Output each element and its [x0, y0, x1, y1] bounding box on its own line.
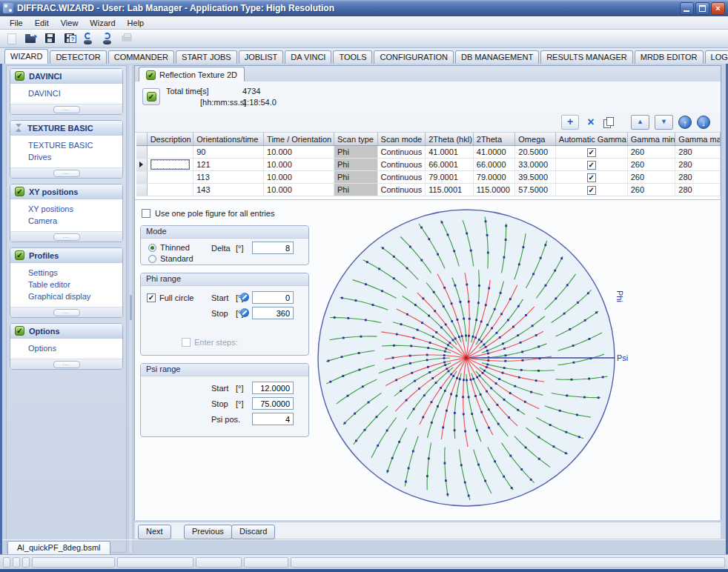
cell-omega[interactable]: 20.5000: [515, 146, 556, 159]
export-icon[interactable]: [102, 33, 114, 44]
tab-start-jobs[interactable]: START JOBS: [176, 50, 237, 64]
sidebar-item-drives[interactable]: Drives: [10, 151, 122, 163]
cell-omega[interactable]: 33.0000: [515, 159, 556, 171]
section-resize-grip[interactable]: ...: [10, 359, 122, 369]
sidebar-section-header[interactable]: Profiles: [10, 248, 122, 263]
sidebar-section-header[interactable]: XY positions: [10, 184, 122, 199]
column-header-automatic-gamma[interactable]: Automatic Gamma: [555, 133, 627, 146]
sidebar-section-header[interactable]: Options: [10, 324, 122, 339]
cell-2theta-hkl-[interactable]: 66.0001: [426, 159, 474, 171]
cell-description[interactable]: [147, 146, 193, 159]
automatic-gamma-checkbox[interactable]: [587, 186, 596, 195]
export-rows-button[interactable]: ↓: [697, 116, 710, 129]
save-as-icon[interactable]: ?: [63, 33, 76, 44]
close-button[interactable]: ×: [711, 2, 725, 15]
open-icon[interactable]: ➔: [24, 33, 37, 44]
tab-commander[interactable]: COMMANDER: [108, 50, 174, 64]
sidebar-section-header[interactable]: TEXTURE BASIC: [10, 121, 122, 136]
copy-row-button[interactable]: [603, 116, 615, 128]
move-up-button[interactable]: ▲: [631, 115, 649, 130]
column-header-scan-mode[interactable]: Scan mode: [377, 133, 426, 146]
tab-da-vinci[interactable]: DA VINCI: [285, 50, 331, 64]
menu-edit[interactable]: Edit: [29, 17, 55, 29]
section-resize-grip[interactable]: ...: [10, 307, 122, 317]
column-header-gamma-max[interactable]: Gamma max: [675, 133, 721, 146]
table-row[interactable]: 11310.000PhiContinuous79.000179.000039.5…: [136, 171, 721, 184]
use-one-pole-checkbox[interactable]: [142, 209, 150, 218]
row-selector[interactable]: [136, 159, 147, 171]
section-resize-grip[interactable]: ...: [10, 231, 122, 242]
delete-row-button[interactable]: ×: [584, 116, 598, 129]
tab-tools[interactable]: TOOLS: [333, 50, 372, 64]
tab-reflection-texture-2d[interactable]: Reflection Texture 2D: [139, 67, 245, 82]
cell-2theta-hkl-[interactable]: 79.0001: [426, 171, 474, 184]
cell-gamma-max[interactable]: 280: [675, 184, 721, 196]
menu-wizard[interactable]: Wizard: [84, 17, 121, 29]
cell-automatic-gamma[interactable]: [555, 184, 627, 196]
tab-results-manager[interactable]: RESULTS MANAGER: [540, 50, 633, 64]
previous-button[interactable]: Previous: [184, 525, 232, 539]
table-row[interactable]: 9010.000PhiContinuous41.000141.000020.50…: [136, 146, 721, 159]
cell-gamma-max[interactable]: 280: [675, 146, 721, 159]
column-header-description[interactable]: Description: [147, 133, 193, 146]
cell-description[interactable]: [147, 171, 193, 184]
cell-gamma-max[interactable]: 280: [675, 159, 721, 171]
tab-db-management[interactable]: DB MANAGEMENT: [455, 50, 539, 64]
scan-table[interactable]: DescriptionOrientations/timeTime / Orien…: [136, 133, 721, 196]
cell-automatic-gamma[interactable]: [555, 171, 627, 184]
cell-2theta[interactable]: 115.0000: [473, 184, 515, 196]
menu-help[interactable]: Help: [122, 17, 150, 29]
tab-log[interactable]: LOG: [705, 50, 728, 64]
cell-2theta[interactable]: 66.0000: [473, 159, 515, 171]
phi-stop-input[interactable]: [252, 307, 294, 319]
save-icon[interactable]: [44, 33, 56, 44]
cell-scan-mode[interactable]: Continuous: [377, 159, 426, 171]
sidebar-item-graphical-display[interactable]: Graphical display: [10, 290, 122, 302]
thinned-radio[interactable]: [148, 244, 156, 252]
cell-2theta[interactable]: 79.0000: [473, 171, 515, 184]
sidebar-splitter[interactable]: [128, 65, 133, 553]
description-edit-field[interactable]: [150, 159, 191, 170]
add-row-button[interactable]: +: [561, 115, 579, 130]
cell-scan-mode[interactable]: Continuous: [377, 171, 426, 184]
cell-time-orientation[interactable]: 10.000: [264, 146, 334, 159]
next-button[interactable]: Next: [138, 525, 171, 539]
standard-radio[interactable]: [148, 255, 156, 263]
delta-input[interactable]: [252, 242, 294, 254]
automatic-gamma-checkbox[interactable]: [587, 173, 596, 182]
cell-gamma-min[interactable]: 260: [627, 184, 675, 196]
menu-file[interactable]: File: [4, 17, 29, 29]
cell-gamma-min[interactable]: 260: [627, 146, 675, 159]
cell-automatic-gamma[interactable]: [555, 159, 627, 171]
total-time-check-button[interactable]: [142, 88, 160, 105]
cell-omega[interactable]: 39.5000: [515, 171, 556, 184]
phi-start-input[interactable]: [252, 291, 294, 304]
tab-wizard[interactable]: WIZARD: [4, 49, 48, 64]
automatic-gamma-checkbox[interactable]: [587, 148, 596, 157]
cell-scan-type[interactable]: Phi: [334, 184, 378, 196]
enter-steps-checkbox[interactable]: [182, 338, 191, 347]
table-row[interactable]: 12110.000PhiContinuous66.000166.000033.0…: [136, 159, 721, 171]
cell-gamma-min[interactable]: 260: [627, 171, 675, 184]
minimize-button[interactable]: [680, 2, 694, 15]
maximize-button[interactable]: [695, 2, 709, 15]
psi-pos-input[interactable]: [252, 413, 294, 425]
discard-button[interactable]: Discard: [231, 525, 275, 539]
cell-description[interactable]: [147, 159, 193, 171]
cell-scan-mode[interactable]: Continuous: [377, 146, 426, 159]
cell-scan-type[interactable]: Phi: [334, 159, 378, 171]
cell-omega[interactable]: 57.5000: [515, 184, 556, 196]
column-header-2theta[interactable]: 2Theta: [473, 133, 515, 146]
tab-mrdb-editor[interactable]: MRDB EDITOR: [635, 50, 704, 64]
row-selector[interactable]: [136, 171, 147, 184]
sidebar-item-texture-basic[interactable]: TEXTURE BASIC: [10, 139, 122, 151]
column-header-2theta-hkl-[interactable]: 2Theta (hkl): [426, 133, 474, 146]
cell-orientations-time[interactable]: 121: [193, 159, 264, 171]
new-icon[interactable]: [5, 33, 18, 44]
sidebar-item-options[interactable]: Options: [10, 342, 122, 354]
import-icon[interactable]: [82, 33, 95, 44]
cell-description[interactable]: [147, 184, 193, 196]
print-icon[interactable]: [121, 33, 133, 44]
cell-scan-type[interactable]: Phi: [334, 146, 378, 159]
sidebar-item-table-editor[interactable]: Table editor: [10, 279, 122, 290]
